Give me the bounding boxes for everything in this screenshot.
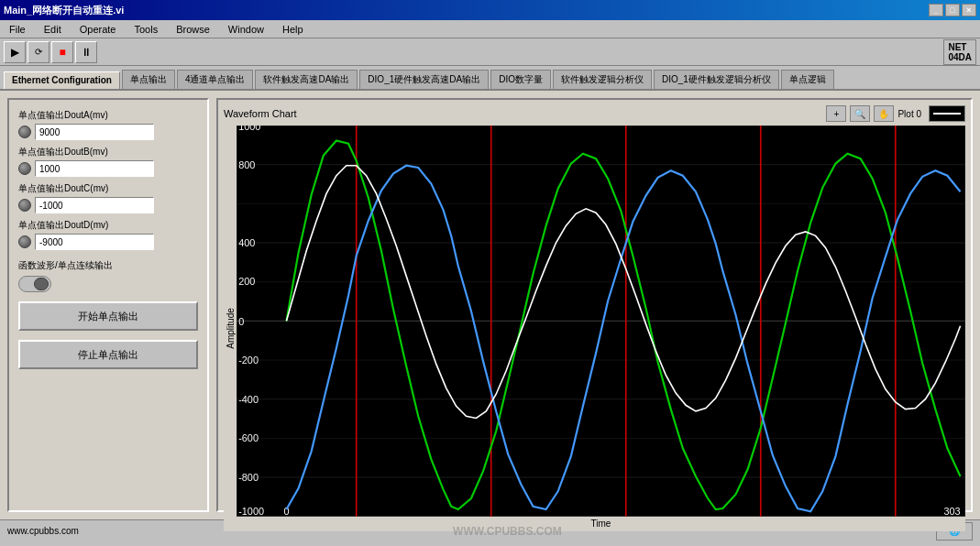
stop-button[interactable]: ■ bbox=[51, 41, 73, 63]
svg-text:200: 200 bbox=[238, 276, 255, 287]
run-continuous-button[interactable]: ⟳ bbox=[28, 41, 50, 63]
left-panel: 单点值输出DoutA(mv) 单点值输出DoutB(mv) 单点值输出DoutC… bbox=[7, 98, 209, 512]
field-group-b: 单点值输出DoutB(mv) bbox=[18, 146, 198, 177]
field-b-input[interactable] bbox=[35, 160, 154, 177]
field-d-label: 单点值输出DoutD(mv) bbox=[18, 219, 198, 232]
field-group-a: 单点值输出DoutA(mv) bbox=[18, 109, 198, 140]
zoom-in-button[interactable]: + bbox=[826, 105, 846, 122]
svg-text:-1000: -1000 bbox=[238, 506, 264, 517]
y-axis-label: Amplitude bbox=[224, 126, 237, 531]
zoom-out-button[interactable]: 🔍 bbox=[850, 105, 870, 122]
tab-4ch-single-output[interactable]: 4通道单点输出 bbox=[177, 70, 254, 89]
title-bar-buttons: _ □ × bbox=[929, 4, 976, 16]
field-c-row bbox=[18, 197, 198, 213]
tab-single-output[interactable]: 单点输出 bbox=[122, 70, 175, 89]
tab-dio-digital[interactable]: DIO数字量 bbox=[490, 70, 551, 89]
svg-text:0: 0 bbox=[238, 316, 244, 327]
watermark-text: WWW.CPUBBS.COM bbox=[453, 525, 562, 538]
tab-single-logic[interactable]: 单点逻辑 bbox=[781, 70, 834, 89]
waveform-svg: 1000 800 400 200 0 -200 -400 -600 -800 -… bbox=[237, 126, 965, 517]
tab-ethernet-configuration[interactable]: Ethernet Configuration bbox=[4, 71, 120, 89]
chart-title: Waveform Chart bbox=[224, 108, 297, 119]
plot-label: Plot 0 bbox=[897, 109, 921, 119]
field-a-input[interactable] bbox=[35, 124, 154, 140]
menu-file[interactable]: File bbox=[4, 22, 31, 37]
start-button[interactable]: 开始单点输出 bbox=[18, 301, 198, 331]
menu-edit[interactable]: Edit bbox=[39, 22, 67, 37]
svg-text:800: 800 bbox=[238, 159, 255, 170]
tab-sw-trigger-da[interactable]: 软件触发高速DA输出 bbox=[255, 70, 358, 89]
tab-dio1-hw-logic[interactable]: DIO_1硬件触发逻辑分析仪 bbox=[654, 70, 779, 89]
field-b-label: 单点值输出DoutB(mv) bbox=[18, 146, 198, 158]
tab-dio1-hw-da[interactable]: DIO_1硬件触发高速DA输出 bbox=[359, 70, 489, 89]
svg-text:1000: 1000 bbox=[238, 126, 260, 132]
chart-svg-container: Amplitude bbox=[224, 126, 965, 531]
chart-plot: 1000 800 400 200 0 -200 -400 -600 -800 -… bbox=[237, 126, 965, 517]
maximize-button[interactable]: □ bbox=[945, 4, 960, 16]
title-bar: Main_网络断开自动重连.vi _ □ × bbox=[0, 0, 980, 20]
main-content: 单点值输出DoutA(mv) 单点值输出DoutB(mv) 单点值输出DoutC… bbox=[0, 91, 980, 519]
right-panel: Waveform Chart + 🔍 ✋ Plot 0 Amplitude bbox=[216, 98, 973, 512]
svg-text:-800: -800 bbox=[238, 472, 259, 483]
chart-inner: 1000 800 400 200 0 -200 -400 -600 -800 -… bbox=[237, 126, 965, 531]
field-a-row bbox=[18, 124, 198, 140]
chart-controls: + 🔍 ✋ Plot 0 bbox=[826, 105, 965, 122]
svg-text:-600: -600 bbox=[238, 432, 259, 443]
title-text: Main_网络断开自动重连.vi bbox=[4, 4, 124, 17]
field-a-label: 单点值输出DoutA(mv) bbox=[18, 109, 198, 122]
menu-browse[interactable]: Browse bbox=[171, 22, 215, 37]
waveform-toggle[interactable] bbox=[18, 276, 51, 292]
minimize-button[interactable]: _ bbox=[929, 4, 943, 16]
plot-indicator bbox=[929, 105, 965, 122]
chart-toolbar: Waveform Chart + 🔍 ✋ Plot 0 bbox=[224, 105, 965, 122]
toggle-thumb bbox=[34, 278, 49, 290]
field-d-input[interactable] bbox=[35, 234, 154, 250]
field-d-row bbox=[18, 234, 198, 250]
toolbar: ▶ ⟳ ■ ⏸ NET 04DA bbox=[0, 38, 980, 66]
menu-operate[interactable]: Operate bbox=[74, 22, 122, 37]
menu-window[interactable]: Window bbox=[223, 22, 270, 37]
pan-button[interactable]: ✋ bbox=[874, 105, 894, 122]
net-badge: NET 04DA bbox=[943, 39, 976, 65]
tab-bar: Ethernet Configuration 单点输出 4通道单点输出 软件触发… bbox=[0, 66, 980, 91]
run-button[interactable]: ▶ bbox=[4, 41, 26, 63]
status-left-text: www.cpubbs.com bbox=[7, 526, 79, 536]
svg-text:303: 303 bbox=[943, 506, 960, 517]
plot-line bbox=[933, 113, 961, 115]
x-axis-label: Time bbox=[237, 517, 965, 531]
knob-c-icon[interactable] bbox=[18, 199, 31, 212]
pause-button[interactable]: ⏸ bbox=[75, 41, 97, 63]
svg-text:400: 400 bbox=[238, 237, 255, 248]
svg-text:-400: -400 bbox=[238, 394, 259, 405]
chart-area: Amplitude bbox=[224, 126, 965, 531]
knob-b-icon[interactable] bbox=[18, 162, 31, 175]
close-button[interactable]: × bbox=[962, 4, 976, 16]
field-b-row bbox=[18, 160, 198, 177]
menu-help[interactable]: Help bbox=[277, 22, 309, 37]
svg-text:-200: -200 bbox=[238, 355, 259, 366]
field-c-label: 单点值输出DoutC(mv) bbox=[18, 182, 198, 195]
toggle-row: 函数波形/单点连续输出 bbox=[18, 259, 198, 292]
tab-sw-logic-analyzer[interactable]: 软件触发逻辑分析仪 bbox=[553, 70, 652, 89]
stop-button-panel[interactable]: 停止单点输出 bbox=[18, 340, 198, 369]
menu-tools[interactable]: Tools bbox=[128, 22, 163, 37]
field-c-input[interactable] bbox=[35, 197, 154, 213]
field-group-d: 单点值输出DoutD(mv) bbox=[18, 219, 198, 250]
knob-d-icon[interactable] bbox=[18, 235, 31, 248]
menu-bar: File Edit Operate Tools Browse Window He… bbox=[0, 20, 980, 38]
knob-a-icon[interactable] bbox=[18, 126, 31, 138]
toggle-label: 函数波形/单点连续输出 bbox=[18, 259, 113, 272]
field-group-c: 单点值输出DoutC(mv) bbox=[18, 182, 198, 213]
